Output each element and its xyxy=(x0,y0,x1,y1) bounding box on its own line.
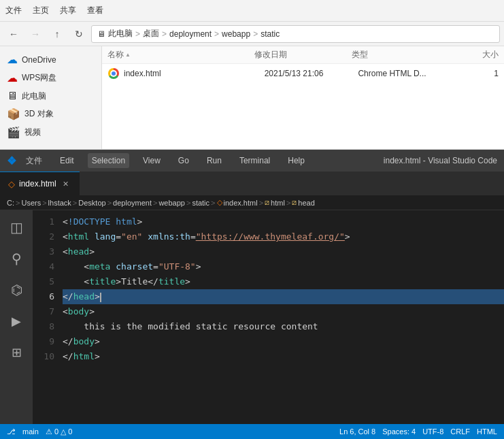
sidebar-item-thispc[interactable]: 🖥 此电脑 xyxy=(0,87,101,105)
file-row-index-html[interactable]: index.html 2021/5/13 21:06 Chrome HTML D… xyxy=(102,64,504,83)
computer-icon: 🖥 xyxy=(7,90,18,102)
cube-icon: 📦 xyxy=(7,108,20,120)
activity-source-control-button[interactable]: ⌬ xyxy=(5,278,28,302)
sidebar-label-video: 视频 xyxy=(24,127,41,138)
breadcrumb-sep-2: > xyxy=(73,199,77,207)
sidebar-label-3d: 3D 对象 xyxy=(24,108,54,120)
vscode-menu-selection[interactable]: Selection xyxy=(88,153,129,168)
explorer-nav-bar: ← → ↑ ↻ 🖥 此电脑 > 桌面 > deployment > webapp… xyxy=(0,22,504,46)
sidebar-item-videos[interactable]: 🎬 视频 xyxy=(0,123,101,142)
code-area[interactable]: <!DOCTYPE html> <html lang="en" xmlns:th… xyxy=(60,210,504,424)
vscode-title-bar: ❖ 文件 Edit Selection View Go Run Terminal… xyxy=(0,150,504,172)
breadcrumb-head-folder-icon: ⧄ xyxy=(292,198,297,207)
tab-index-html[interactable]: ◇ index.html ✕ xyxy=(0,172,80,195)
status-spaces: Spaces: 4 xyxy=(382,427,416,436)
line-num-8: 8 xyxy=(33,319,60,334)
line-num-6: 6 xyxy=(33,289,60,304)
file-list: 名称 ▲ 修改日期 类型 大小 index.html 2021/5/13 2 xyxy=(102,46,504,149)
breadcrumb-sep-1: > xyxy=(42,199,46,207)
file-list-header: 名称 ▲ 修改日期 类型 大小 xyxy=(102,46,504,64)
breadcrumb-lhstack[interactable]: lhstack xyxy=(48,199,71,207)
back-button[interactable]: ← xyxy=(4,25,23,44)
breadcrumb-desktop[interactable]: Desktop xyxy=(78,199,105,207)
sort-arrow-icon: ▲ xyxy=(125,52,131,58)
status-errors: ⚠ 0 △ 0 xyxy=(46,427,72,436)
vscode-menu-file[interactable]: 文件 xyxy=(22,152,46,169)
vscode-menu-help[interactable]: Help xyxy=(284,153,309,168)
address-sep-3: > xyxy=(214,29,219,39)
menu-view[interactable]: 查看 xyxy=(87,5,103,16)
status-lang: HTML xyxy=(477,427,497,436)
address-sep-4: > xyxy=(253,29,258,39)
video-icon: 🎬 xyxy=(7,126,20,139)
onedrive-icon: ☁ xyxy=(7,53,18,66)
breadcrumb-head[interactable]: head xyxy=(298,199,314,207)
vscode-window: ❖ 文件 Edit Selection View Go Run Terminal… xyxy=(0,150,504,439)
line-num-10: 10 xyxy=(33,349,60,364)
menu-file[interactable]: 文件 xyxy=(5,5,22,16)
col-size-header[interactable]: 大小 xyxy=(450,49,499,61)
breadcrumb-deployment[interactable]: deployment xyxy=(113,199,152,207)
vscode-window-title: index.html - Visual Studio Code xyxy=(384,156,497,165)
breadcrumb-html[interactable]: html xyxy=(271,199,285,207)
address-bar[interactable]: 🖥 此电脑 > 桌面 > deployment > webapp > stati… xyxy=(91,25,500,43)
file-explorer: 文件 主页 共享 查看 ← → ↑ ↻ 🖥 此电脑 > 桌面 > deploym… xyxy=(0,0,504,150)
menu-share[interactable]: 共享 xyxy=(60,5,76,16)
vscode-menu-edit[interactable]: Edit xyxy=(56,153,78,168)
breadcrumb-users[interactable]: Users xyxy=(21,199,41,207)
menu-home[interactable]: 主页 xyxy=(33,5,49,16)
code-line-2: <html lang="en" xmlns:th="https://www.th… xyxy=(63,229,504,244)
explorer-title-bar: 文件 主页 共享 查看 xyxy=(0,0,504,22)
refresh-button[interactable]: ↻ xyxy=(69,25,88,44)
forward-button[interactable]: → xyxy=(26,25,45,44)
vscode-menu-run[interactable]: Run xyxy=(203,153,226,168)
sidebar-label-thispc: 此电脑 xyxy=(22,91,46,102)
col-date-header[interactable]: 修改日期 xyxy=(254,49,352,61)
activity-search-button[interactable]: ⚲ xyxy=(5,247,28,270)
breadcrumb-sep-6: > xyxy=(211,199,215,207)
vscode-breadcrumb: C: > Users > lhstack > Desktop > deploym… xyxy=(0,195,504,210)
breadcrumb-indexhtml[interactable]: index.html xyxy=(224,199,258,207)
breadcrumb-static[interactable]: static xyxy=(192,199,209,207)
sidebar-item-onedrive[interactable]: ☁ OneDrive xyxy=(0,50,101,69)
vscode-logo: ❖ xyxy=(7,155,16,167)
file-size: 1 xyxy=(452,69,499,78)
line-num-9: 9 xyxy=(33,334,60,349)
line-num-1: 1 xyxy=(33,214,60,229)
col-name-header[interactable]: 名称 ▲ xyxy=(107,49,254,61)
activity-explorer-button[interactable]: ◫ xyxy=(5,216,28,239)
vscode-menu: 文件 Edit Selection View Go Run Terminal H… xyxy=(22,152,309,169)
line-num-3: 3 xyxy=(33,244,60,259)
tab-close-button[interactable]: ✕ xyxy=(61,178,71,189)
address-part-3: deployment xyxy=(169,29,212,39)
breadcrumb-html-folder-icon: ⧄ xyxy=(265,198,269,207)
vscode-menu-go[interactable]: Go xyxy=(174,153,193,168)
vscode-tab-bar: ◇ index.html ✕ xyxy=(0,172,504,195)
status-eol: CRLF xyxy=(450,427,470,436)
address-sep-1: > xyxy=(135,29,140,39)
vscode-code-editor[interactable]: 1 2 3 4 5 6 7 8 9 10 <!DOCTYPE html> <ht… xyxy=(33,210,504,424)
line-numbers: 1 2 3 4 5 6 7 8 9 10 xyxy=(33,210,60,424)
status-right: Ln 6, Col 8 Spaces: 4 UTF-8 CRLF HTML xyxy=(339,427,497,436)
address-sep-2: > xyxy=(162,29,167,39)
code-line-1: <!DOCTYPE html> xyxy=(63,214,504,229)
breadcrumb-c[interactable]: C: xyxy=(7,199,14,207)
up-button[interactable]: ↑ xyxy=(48,25,67,44)
sidebar-item-wps[interactable]: ☁ WPS网盘 xyxy=(0,69,101,87)
activity-extensions-button[interactable]: ⊞ xyxy=(5,341,28,364)
address-part-2: 桌面 xyxy=(143,28,159,39)
code-line-7: <body> xyxy=(63,304,504,319)
sidebar-item-3dobjects[interactable]: 📦 3D 对象 xyxy=(0,105,101,123)
explorer-sidebar: ☁ OneDrive ☁ WPS网盘 🖥 此电脑 📦 3D 对象 🎬 视频 xyxy=(0,46,102,149)
vscode-menu-view[interactable]: View xyxy=(139,153,165,168)
breadcrumb-webapp[interactable]: webapp xyxy=(158,199,185,207)
status-encoding: UTF-8 xyxy=(422,427,443,436)
activity-run-button[interactable]: ▶ xyxy=(5,310,28,333)
code-line-8: this is the modified static resource con… xyxy=(63,319,504,334)
col-type-header[interactable]: 类型 xyxy=(352,49,450,61)
address-part-4: webapp xyxy=(222,29,250,39)
vscode-menu-terminal[interactable]: Terminal xyxy=(235,153,274,168)
code-line-9: </body> xyxy=(63,334,504,349)
breadcrumb-sep-4: > xyxy=(153,199,157,207)
breadcrumb-sep-3: > xyxy=(107,199,112,207)
